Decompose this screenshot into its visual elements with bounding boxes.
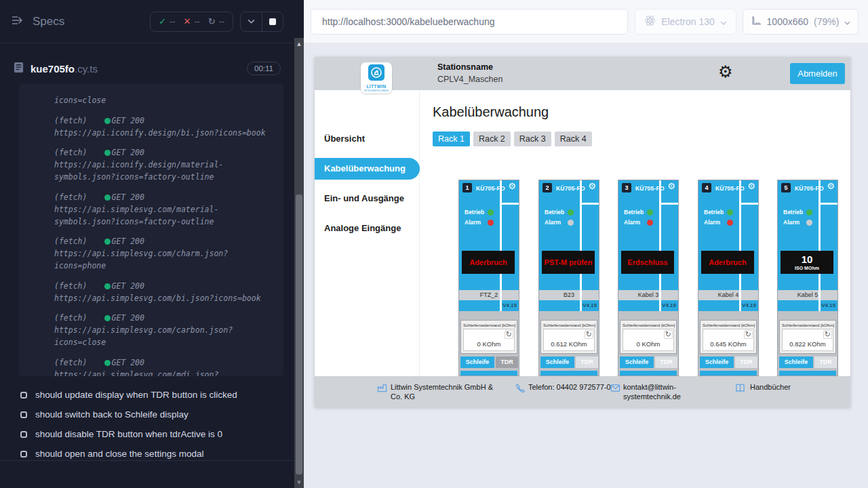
network-log-entry: icons=close	[54, 95, 274, 107]
browser-bar: Electron 130 1000x660 (79%)	[304, 0, 868, 43]
refresh-icon[interactable]: ↻	[823, 330, 832, 339]
refresh-icon[interactable]: ↻	[505, 330, 513, 339]
module-settings-icon[interactable]: ⚙	[667, 181, 675, 191]
refresh-icon[interactable]: ↻	[744, 330, 753, 339]
module-settings-icon[interactable]: ⚙	[747, 181, 755, 191]
refresh-icon[interactable]: ↻	[585, 330, 593, 339]
rack-tab[interactable]: Rack 3	[514, 131, 551, 146]
module-settings-icon[interactable]: ⚙	[508, 181, 516, 191]
scroll-up-icon[interactable]: ▲	[294, 41, 304, 47]
resistance-panel-label: Schleifenwiderstand [kOhm]	[623, 323, 677, 327]
test-item[interactable]: should switch back to Schleife display	[0, 405, 285, 424]
resistance-panel-label: Schleifenwiderstand [kOhm]	[543, 323, 598, 327]
alarm-status: Alarm	[624, 219, 653, 226]
resistance-value: 0 KOhm	[464, 340, 514, 348]
betrieb-label: Betrieb	[704, 209, 726, 216]
rack-tab[interactable]: Rack 4	[555, 131, 592, 146]
card-bottom-button[interactable]	[620, 371, 677, 376]
lcd-display: Erdschluss	[621, 251, 674, 274]
tdr-button[interactable]: TDR	[496, 357, 518, 368]
spec-row[interactable]: kue705fo.cy.ts 00:11	[0, 54, 294, 83]
module-model-label: KÜ705-FO	[795, 185, 824, 192]
sidebar-item[interactable]: Kabelüberwachung	[315, 158, 420, 180]
viewport-size: 1000x660	[767, 16, 809, 27]
module-model-label: KÜ705-FO	[476, 185, 505, 192]
schleife-button[interactable]: Schleife	[540, 357, 574, 368]
scroll-down-icon[interactable]: ▼	[294, 480, 304, 485]
test-title: should switch back to Schleife display	[35, 409, 189, 420]
tdr-button[interactable]: TDR	[655, 357, 677, 368]
stop-button[interactable]	[262, 12, 283, 31]
firmware-version: V4.19	[583, 300, 597, 311]
runner-header: Specs ✓--✕--↻--	[0, 0, 294, 43]
module-divider-line	[661, 203, 678, 205]
browser-select[interactable]: Electron 130	[635, 9, 736, 35]
network-log-entry: (fetch)GET 200https://api.iconify.design…	[54, 115, 274, 140]
cards-row: 1KÜ705-FO⚙BetriebAlarmAderbruchFTZ_2V4.1…	[315, 180, 850, 376]
sidebar-item[interactable]: Übersicht	[315, 128, 365, 150]
schleife-button[interactable]: Schleife	[620, 357, 654, 368]
module-settings-icon[interactable]: ⚙	[827, 181, 835, 191]
rack-tab[interactable]: Rack 2	[473, 131, 511, 146]
betrieb-label: Betrieb	[545, 209, 566, 216]
success-dot-icon	[104, 315, 111, 321]
card-bottom-button[interactable]	[460, 371, 517, 376]
test-item[interactable]: should update display when TDR button is…	[0, 385, 285, 405]
network-log-entry: (fetch)GET 200https://api.simplesvg.com/…	[54, 312, 274, 348]
schleife-button[interactable]: Schleife	[460, 357, 494, 368]
betrieb-led-icon	[727, 209, 733, 216]
schleife-button[interactable]: Schleife	[779, 357, 813, 368]
display-unit: ISO MOhm	[795, 266, 819, 270]
module-divider-line	[659, 180, 661, 311]
stat: ✕--	[184, 16, 200, 26]
chevron-down-icon[interactable]	[241, 12, 262, 31]
firmware-version: V4.19	[742, 300, 756, 311]
network-log-entry: (fetch)GET 200https://api.simplesvg.com/…	[54, 281, 274, 305]
stat-count: --	[194, 17, 199, 26]
rack-tabs: Rack 1Rack 2Rack 3Rack 4	[433, 131, 592, 146]
station-label: Stationsname	[437, 62, 493, 72]
card-bottom-button[interactable]	[779, 371, 836, 376]
test-state-icon	[20, 451, 27, 458]
alarm-status: Alarm	[704, 219, 733, 226]
module-divider-line	[821, 203, 837, 205]
device-card-slot-1: 1KÜ705-FO⚙BetriebAlarmAderbruchFTZ_2V4.1…	[458, 180, 519, 376]
module-settings-icon[interactable]: ⚙	[588, 181, 596, 191]
log-request-line: (fetch)GET 200	[54, 236, 274, 248]
test-state-icon	[20, 392, 27, 399]
runner-title: Specs	[33, 15, 64, 28]
success-dot-icon	[104, 283, 111, 289]
specs-list-toggle-icon[interactable]	[11, 15, 24, 28]
card-bottom-button[interactable]	[700, 371, 757, 376]
module-bottom-strip: V4.19	[539, 300, 599, 311]
viewport-select[interactable]: 1000x660 (79%)	[743, 9, 859, 35]
url-input[interactable]	[311, 9, 628, 35]
firmware-version: V4.19	[662, 300, 676, 311]
tdr-button[interactable]: TDR	[814, 357, 837, 368]
tdr-button[interactable]: TDR	[735, 357, 757, 368]
test-title: should open and close the settings modal	[35, 449, 203, 459]
gear-icon[interactable]: ⚙	[718, 62, 733, 82]
rack-tab[interactable]: Rack 1	[433, 131, 470, 146]
resistance-display: ↻0.645 KOhm	[703, 329, 754, 351]
scrollbar-thumb[interactable]	[296, 195, 302, 474]
footer-text[interactable]: Handbücher	[750, 382, 831, 392]
logout-button[interactable]: Abmelden	[790, 63, 845, 84]
module-bottom-strip: V4.19	[459, 300, 519, 311]
spec-extension: .cy.ts	[75, 63, 98, 75]
card-bottom-button[interactable]	[540, 371, 597, 376]
tdr-button[interactable]: TDR	[576, 357, 598, 368]
betrieb-label: Betrieb	[624, 209, 646, 216]
alarm-label: Alarm	[624, 219, 646, 226]
stop-icon	[269, 18, 276, 25]
runner-scrollbar: ▲ ▼	[294, 0, 304, 488]
betrieb-status: Betrieb	[783, 209, 812, 216]
resistance-panel-label: Schleifenwiderstand [kOhm]	[782, 323, 837, 327]
schleife-button[interactable]: Schleife	[700, 357, 734, 368]
test-item[interactable]: should disable TDR button when tdrActive…	[0, 424, 285, 444]
refresh-icon[interactable]: ↻	[664, 330, 673, 339]
resistance-panel: Schleifenwiderstand [kOhm]↻0.612 KOhm	[540, 320, 597, 354]
resistance-panel: Schleifenwiderstand [kOhm]↻0.645 KOhm	[700, 320, 757, 354]
resistance-display: ↻0 KOhm	[623, 329, 674, 351]
resistance-panel-label: Schleifenwiderstand [kOhm]	[703, 323, 757, 327]
